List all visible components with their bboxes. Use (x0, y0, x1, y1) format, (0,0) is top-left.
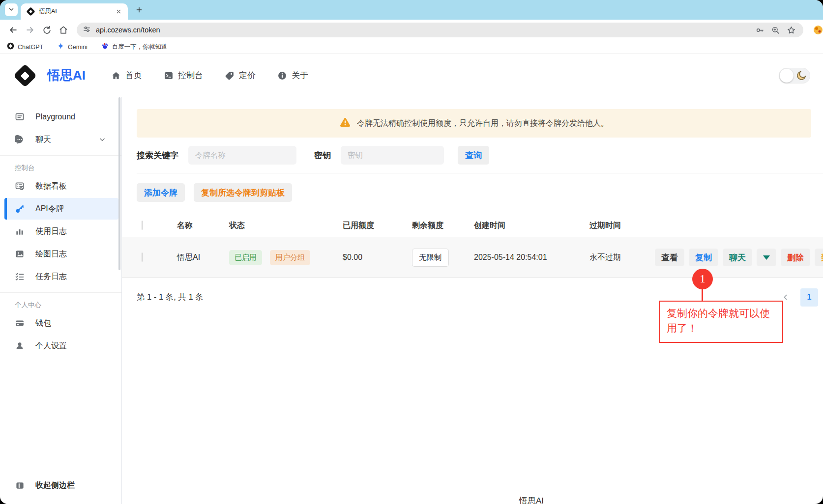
query-button[interactable]: 查询 (458, 146, 489, 165)
info-icon (277, 71, 287, 81)
theme-toggle-knob (780, 69, 794, 83)
copy-selected-tokens-button[interactable]: 复制所选令牌到剪贴板 (194, 183, 292, 202)
table-header-row: 名称 状态 已用额度 剩余额度 创建时间 过期时间 (122, 217, 823, 234)
tab-search-button[interactable] (5, 3, 18, 16)
footer-brand: 悟思AI (519, 495, 544, 504)
view-button[interactable]: 查看 (655, 249, 684, 266)
header-created-time: 创建时间 (474, 221, 589, 231)
reload-button[interactable] (39, 23, 54, 37)
tab-title: 悟思AI (39, 7, 114, 16)
site-logo-icon[interactable] (13, 63, 37, 87)
brand-title[interactable]: 悟思AI (47, 67, 86, 84)
chat-bubble-icon (15, 135, 25, 144)
checklist-icon (15, 272, 25, 281)
delete-button[interactable]: 删除 (781, 249, 810, 266)
url-text[interactable]: api.cozews.cn/token (96, 26, 750, 34)
tab-close-icon[interactable] (114, 7, 123, 16)
token-actions-row: 添加令牌 复制所选令牌到剪贴板 (137, 183, 823, 202)
bookmark-star-icon[interactable] (785, 24, 797, 36)
annotation-callout: 复制你的令牌就可以使用了！ (659, 301, 783, 343)
browser-toolbar: api.cozews.cn/token (0, 20, 823, 40)
playground-icon (15, 112, 25, 122)
zoom-icon[interactable] (769, 24, 782, 36)
chat-button[interactable]: 聊天 (723, 249, 752, 266)
sidebar-item-api-tokens[interactable]: API令牌 (4, 198, 118, 220)
used-quota: $0.00 (343, 253, 412, 262)
chevron-down-icon (8, 5, 14, 14)
browser-window: 悟思AI api.cozews.cn/token ChatGPT Gemini (0, 0, 823, 504)
home-button[interactable] (56, 23, 71, 37)
nav-item-pricing[interactable]: 定价 (225, 70, 256, 81)
bookmark-chatgpt[interactable]: ChatGPT (7, 42, 43, 52)
bookmark-baidu[interactable]: 百度一下，你就知道 (101, 42, 168, 52)
extension-icon[interactable] (807, 25, 818, 35)
back-button[interactable] (6, 23, 21, 37)
bar-chart-icon (15, 226, 25, 236)
dashboard-icon (15, 181, 25, 191)
site-settings-icon[interactable] (83, 25, 91, 35)
disable-button[interactable]: 禁用 (815, 249, 823, 266)
token-name-input[interactable] (188, 146, 296, 165)
bookmarks-bar: ChatGPT Gemini 百度一下，你就知道 (0, 40, 823, 54)
key-label: 密钥 (314, 150, 331, 161)
new-tab-button[interactable] (133, 3, 146, 16)
sidebar-item-task-logs[interactable]: 任务日志 (0, 266, 118, 287)
warning-icon (339, 116, 351, 130)
chat-dropdown-button[interactable] (757, 249, 776, 266)
previous-page-icon[interactable] (782, 293, 790, 301)
header-remaining-quota: 剩余额度 (412, 221, 474, 231)
browser-tab[interactable]: 悟思AI (21, 3, 128, 20)
annotation-connector-line (702, 289, 703, 301)
sidebar-item-dashboard[interactable]: 数据看板 (0, 175, 118, 197)
keyword-label: 搜索关键字 (137, 150, 178, 161)
address-bar[interactable]: api.cozews.cn/token (77, 23, 803, 37)
sidebar-scrollbar[interactable] (118, 97, 120, 270)
created-time: 2025-05-14 20:54:01 (474, 253, 589, 262)
sidebar-item-wallet[interactable]: 钱包 (0, 312, 118, 334)
status-badge: 已启用 (229, 250, 262, 265)
add-token-button[interactable]: 添加令牌 (137, 183, 185, 202)
table-row: 悟思AI 已启用 用户分组 $0.00 无限制 2025-05-14 20:54… (122, 237, 823, 278)
divider (137, 173, 823, 173)
select-all-checkbox[interactable] (142, 221, 143, 230)
sidebar-section-personal: 个人中心 (0, 298, 121, 312)
search-row: 搜索关键字 密钥 查询 (137, 145, 811, 165)
warning-banner: 令牌无法精确控制使用额度，只允许自用，请勿直接将令牌分发给他人。 (137, 109, 811, 138)
site-navbar: 悟思AI 首页 控制台 定价 关于 (0, 54, 823, 97)
nav-item-about[interactable]: 关于 (277, 70, 308, 81)
header-status: 状态 (229, 221, 343, 231)
sidebar-item-drawing-logs[interactable]: 绘图日志 (0, 243, 118, 265)
home-icon (111, 71, 121, 81)
sidebar-item-usage-logs[interactable]: 使用日志 (0, 221, 118, 242)
header-name: 名称 (177, 221, 229, 231)
site-favicon-icon (26, 7, 35, 16)
password-key-icon[interactable] (753, 24, 766, 36)
row-checkbox[interactable] (142, 252, 143, 262)
sidebar-item-profile[interactable]: 个人设置 (0, 335, 118, 357)
terminal-icon (164, 71, 174, 81)
chatgpt-icon (7, 42, 14, 52)
price-tag-icon (225, 71, 235, 81)
nav-item-home[interactable]: 首页 (111, 70, 142, 81)
caret-down-icon (763, 255, 770, 260)
chevron-down-icon (99, 136, 106, 143)
key-input[interactable] (341, 146, 444, 165)
copy-button[interactable]: 复制 (689, 249, 718, 266)
tokens-table: 名称 状态 已用额度 剩余额度 创建时间 过期时间 悟思AI 已启用 用户分组 … (122, 217, 823, 278)
page-1-button[interactable]: 1 (800, 288, 818, 307)
nav-item-console[interactable]: 控制台 (164, 70, 203, 81)
forward-button[interactable] (23, 23, 37, 37)
collapse-sidebar-button[interactable]: 收起侧边栏 (0, 475, 118, 496)
annotation-step-badge: 1 (692, 269, 713, 289)
bookmark-gemini[interactable]: Gemini (57, 42, 88, 52)
row-actions: 查看 复制 聊天 删除 禁用 (655, 249, 823, 266)
theme-toggle[interactable] (779, 68, 810, 84)
sidebar-item-chat[interactable]: 聊天 (0, 129, 118, 150)
sidebar-item-playground[interactable]: Playground (0, 106, 118, 128)
sidebar-divider (0, 155, 121, 156)
sidebar-divider (0, 292, 121, 293)
group-badge: 用户分组 (270, 250, 310, 265)
image-icon (15, 249, 25, 259)
sidebar-section-console: 控制台 (0, 161, 121, 175)
key-icon (15, 204, 25, 214)
